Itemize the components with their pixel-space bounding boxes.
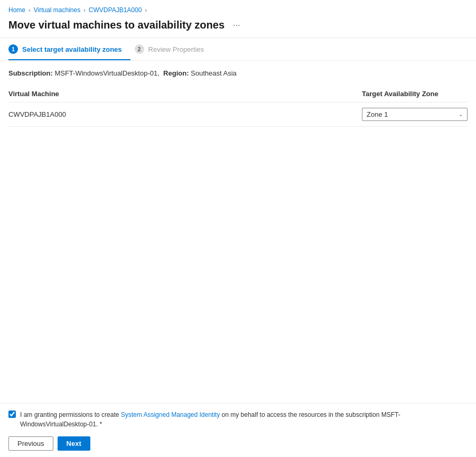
consent-row: I am granting permissions to create Syst… (8, 410, 468, 429)
breadcrumb-vm[interactable]: CWVDPAJB1A000 (89, 6, 142, 14)
breadcrumb-sep2: › (83, 7, 86, 13)
zone-dropdown[interactable]: Zone 1 ⌄ (362, 108, 468, 121)
tab-select-zones[interactable]: 1 Select target availability zones (8, 38, 130, 60)
breadcrumb-sep1: › (29, 7, 31, 13)
tab1-badge: 1 (8, 44, 18, 54)
tab-review-properties[interactable]: 2 Review Properties (135, 38, 213, 60)
tabs-bar: 1 Select target availability zones 2 Rev… (0, 38, 476, 61)
tab2-badge: 2 (135, 44, 144, 54)
consent-checkbox[interactable] (8, 411, 16, 418)
subscription-value: MSFT-WindowsVirtualDesktop-01 (54, 69, 157, 77)
page-menu-button[interactable]: ··· (230, 20, 243, 31)
subscription-label: Subscription: (8, 69, 53, 77)
button-row: Previous Next (8, 436, 468, 451)
tab2-label: Review Properties (148, 45, 204, 53)
consent-text: I am granting permissions to create Syst… (20, 410, 468, 429)
previous-button[interactable]: Previous (8, 436, 53, 451)
page-title: Move virtual machines to availability zo… (8, 19, 225, 31)
vm-name-cell: CWVDPAJB1A000 (8, 110, 362, 118)
chevron-down-icon: ⌄ (459, 111, 463, 117)
zone-dropdown-value: Zone 1 (367, 110, 388, 118)
region-label: Region: (163, 69, 189, 77)
footer-area: I am granting permissions to create Syst… (0, 403, 476, 457)
breadcrumb-virtual-machines[interactable]: Virtual machines (34, 6, 81, 14)
breadcrumb-home[interactable]: Home (8, 6, 25, 14)
page-header: Move virtual machines to availability zo… (0, 17, 476, 38)
next-button[interactable]: Next (58, 436, 90, 451)
subscription-info: Subscription: MSFT-WindowsVirtualDesktop… (8, 69, 468, 77)
breadcrumb: Home › Virtual machines › CWVDPAJB1A000 … (0, 0, 476, 17)
content-area: Subscription: MSFT-WindowsVirtualDesktop… (0, 61, 476, 403)
col-zone-header: Target Availability Zone (362, 90, 468, 98)
table-row: CWVDPAJB1A000 Zone 1 ⌄ (8, 102, 468, 127)
consent-text-before: I am granting permissions to create (20, 411, 121, 418)
col-vm-header: Virtual Machine (8, 90, 362, 98)
tab1-label: Select target availability zones (22, 45, 122, 53)
region-value: Southeast Asia (191, 69, 237, 77)
managed-identity-link[interactable]: System Assigned Managed Identity (121, 411, 220, 418)
table-header: Virtual Machine Target Availability Zone (8, 86, 468, 102)
breadcrumb-sep3: › (145, 7, 147, 13)
